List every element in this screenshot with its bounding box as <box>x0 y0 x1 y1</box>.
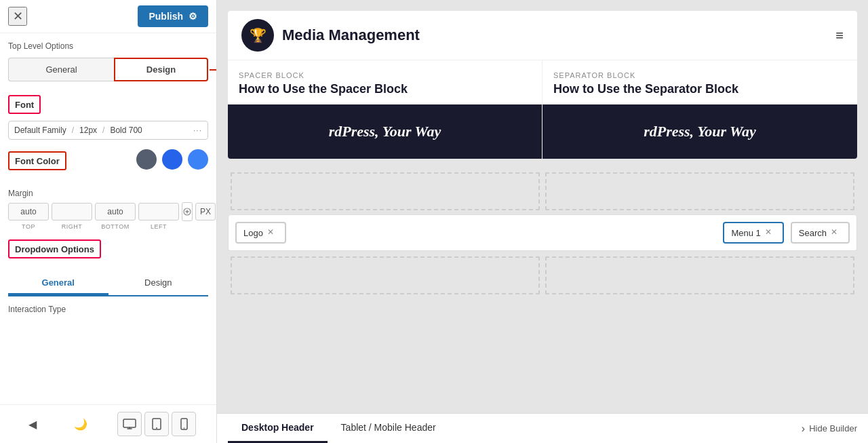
nav-builder-row: Logo ✕ Menu 1 ✕ Search ✕ <box>228 214 857 251</box>
font-color-label: Font Color <box>15 156 60 166</box>
more-dots[interactable]: ··· <box>193 126 202 135</box>
article-card-2: SEPARATOR BLOCK How to Use the Separator… <box>542 60 857 159</box>
preview-card: 🏆 Media Management ≡ SPACER BLOCK How to… <box>228 11 857 159</box>
dashed-block-4 <box>545 256 854 294</box>
margin-section: Margin PX TOP RIGHT <box>8 189 208 230</box>
font-section: Font Default Family / 12px / Bold 700 ··… <box>8 95 208 140</box>
tab-design[interactable]: Design <box>114 58 208 81</box>
sub-tab-general[interactable]: General <box>8 272 108 295</box>
margin-left-input[interactable] <box>138 203 179 220</box>
hide-builder-label: Hide Builder <box>809 423 857 434</box>
margin-bottom-input[interactable] <box>95 203 136 220</box>
nav-chip-search[interactable]: Search ✕ <box>791 222 850 244</box>
svg-point-5 <box>183 427 184 429</box>
dashed-row-1 <box>228 170 857 213</box>
prev-button[interactable]: ◀ <box>20 412 45 436</box>
sub-tab-row: General Design <box>8 272 208 296</box>
margin-top-input[interactable] <box>8 203 49 220</box>
desktop-icon <box>123 419 136 429</box>
sub-tab-design[interactable]: Design <box>108 272 209 295</box>
article-grid: SPACER BLOCK How to Use the Spacer Block… <box>228 60 857 159</box>
margin-link-button[interactable] <box>182 202 193 221</box>
svg-rect-1 <box>123 419 136 427</box>
publish-button[interactable]: Publish ⚙ <box>138 5 208 27</box>
top-level-label: Top Level Options <box>8 41 208 51</box>
font-weight: Bold 700 <box>110 126 142 135</box>
close-button[interactable]: ✕ <box>8 7 27 26</box>
nav-chip-search-close[interactable]: ✕ <box>831 227 842 238</box>
color-swatch-2[interactable] <box>162 149 182 170</box>
sidebar-footer: ◀ 🌙 <box>0 404 216 443</box>
dropdown-label-box: Dropdown Options <box>8 239 101 258</box>
publish-label: Publish <box>149 11 183 22</box>
color-swatch-1[interactable] <box>136 149 157 170</box>
article-image-2: rdPress, Your Way <box>542 104 857 159</box>
article-tag-2: SEPARATOR BLOCK <box>542 60 857 82</box>
link-icon <box>182 207 192 216</box>
margin-inputs-row: PX <box>8 202 208 221</box>
font-family-row[interactable]: Default Family / 12px / Bold 700 ··· <box>8 121 208 140</box>
site-title: Media Management <box>282 26 420 44</box>
font-family: Default Family <box>14 126 66 135</box>
nav-chip-menu1[interactable]: Menu 1 ✕ <box>723 222 783 244</box>
gear-icon: ⚙ <box>189 11 197 22</box>
preview-logo: 🏆 <box>241 19 274 52</box>
hide-builder-button[interactable]: › Hide Builder <box>802 423 857 435</box>
dashed-block-2 <box>545 172 854 210</box>
preview-container: 🏆 Media Management ≡ SPACER BLOCK How to… <box>217 0 868 309</box>
sidebar: ✕ Publish ⚙ Top Level Options General De… <box>0 0 217 443</box>
nav-chip-menu1-close[interactable]: ✕ <box>765 227 776 238</box>
arrow-line <box>210 69 216 71</box>
color-swatches <box>136 149 208 170</box>
canvas-area: 🏆 Media Management ≡ SPACER BLOCK How to… <box>217 0 868 413</box>
dropdown-options-section: Dropdown Options <box>8 239 208 265</box>
article-tag-1: SPACER BLOCK <box>228 60 542 82</box>
dashed-block-1 <box>231 172 540 210</box>
desktop-device-button[interactable] <box>117 412 142 436</box>
article-title-2: How to Use the Separator Block <box>542 82 857 104</box>
margin-sub-labels: TOP RIGHT BOTTOM LEFT <box>8 223 208 230</box>
main-content: 🏆 Media Management ≡ SPACER BLOCK How to… <box>217 0 868 443</box>
chevron-icon: › <box>802 423 805 435</box>
nav-right: Menu 1 ✕ Search ✕ <box>542 215 856 250</box>
nav-chip-logo[interactable]: Logo ✕ <box>235 222 286 244</box>
dashed-row-2 <box>228 254 857 297</box>
article-image-1: rdPress, Your Way <box>228 104 542 159</box>
font-color-section: Font Color <box>8 149 208 179</box>
article-image-text-2: rdPress, Your Way <box>644 123 756 140</box>
nav-chip-logo-close[interactable]: ✕ <box>267 227 278 238</box>
margin-label: Margin <box>8 189 208 198</box>
hamburger-icon[interactable]: ≡ <box>835 28 844 43</box>
main-tab-row: General Design 1 <box>8 58 208 81</box>
sidebar-content: Top Level Options General Design 1 <box>0 33 216 404</box>
tab-desktop-header[interactable]: Desktop Header <box>228 414 328 443</box>
tab-tablet-header[interactable]: Tablet / Mobile Header <box>328 414 450 443</box>
font-label-box: Font <box>8 95 41 114</box>
margin-unit[interactable]: PX <box>195 203 216 220</box>
bottom-tab-bar: Desktop Header Tablet / Mobile Header › … <box>217 413 868 443</box>
mobile-icon <box>180 418 188 430</box>
tablet-icon <box>152 418 161 430</box>
sidebar-header: ✕ Publish ⚙ <box>0 0 216 33</box>
mobile-device-button[interactable] <box>172 412 196 436</box>
tablet-device-button[interactable] <box>144 412 169 436</box>
preview-header-left: 🏆 Media Management <box>241 19 420 52</box>
font-color-label-box: Font Color <box>8 151 66 170</box>
device-buttons <box>117 412 196 436</box>
color-swatch-3[interactable] <box>188 149 208 170</box>
interaction-type-label: Interaction Type <box>8 305 208 314</box>
preview-header: 🏆 Media Management ≡ <box>228 11 857 60</box>
dropdown-label: Dropdown Options <box>15 244 94 254</box>
article-title-1: How to Use the Spacer Block <box>228 82 542 104</box>
font-size: 12px <box>79 126 97 135</box>
nav-left: Logo ✕ <box>229 215 542 250</box>
article-card-1: SPACER BLOCK How to Use the Spacer Block… <box>228 60 542 159</box>
moon-button[interactable]: 🌙 <box>68 412 93 436</box>
tab-general[interactable]: General <box>8 58 114 81</box>
dashed-block-3 <box>231 256 540 294</box>
font-label: Font <box>15 100 34 110</box>
svg-point-3 <box>156 427 157 429</box>
margin-right-input[interactable] <box>52 203 92 220</box>
article-image-text-1: rdPress, Your Way <box>329 123 441 140</box>
